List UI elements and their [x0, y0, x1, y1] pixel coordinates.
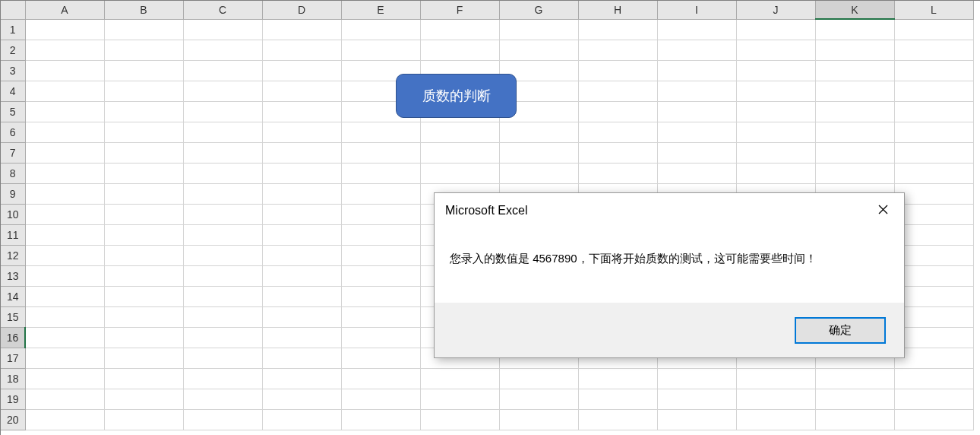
cell-I2[interactable] — [657, 40, 736, 60]
cell-L13[interactable] — [894, 265, 973, 286]
cell-K8[interactable] — [815, 163, 894, 183]
cell-C15[interactable] — [183, 306, 262, 327]
cell-E1[interactable] — [341, 19, 420, 40]
cell-D12[interactable] — [262, 245, 341, 265]
cell-C6[interactable] — [183, 122, 262, 142]
cell-F2[interactable] — [420, 40, 499, 60]
cell-A15[interactable] — [25, 306, 104, 327]
cell-C19[interactable] — [183, 389, 262, 409]
cell-K5[interactable] — [815, 101, 894, 122]
cell-K20[interactable] — [815, 409, 894, 430]
cell-J18[interactable] — [736, 368, 815, 389]
cell-A18[interactable] — [25, 368, 104, 389]
cell-K7[interactable] — [815, 142, 894, 163]
cell-I18[interactable] — [657, 368, 736, 389]
cell-H20[interactable] — [578, 409, 657, 430]
cell-E9[interactable] — [341, 183, 420, 204]
cell-I1[interactable] — [657, 19, 736, 40]
cell-A7[interactable] — [25, 142, 104, 163]
cell-E14[interactable] — [341, 286, 420, 306]
cell-B20[interactable] — [104, 409, 183, 430]
cell-C1[interactable] — [183, 19, 262, 40]
column-header-K[interactable]: K — [815, 1, 894, 19]
cell-E19[interactable] — [341, 389, 420, 409]
row-header-10[interactable]: 10 — [1, 204, 25, 224]
cell-C12[interactable] — [183, 245, 262, 265]
row-header-8[interactable]: 8 — [1, 163, 25, 183]
cell-D16[interactable] — [262, 327, 341, 348]
cell-H5[interactable] — [578, 101, 657, 122]
cell-L12[interactable] — [894, 245, 973, 265]
column-header-L[interactable]: L — [894, 1, 973, 19]
cell-C2[interactable] — [183, 40, 262, 60]
cell-I19[interactable] — [657, 389, 736, 409]
cell-A5[interactable] — [25, 101, 104, 122]
cell-G8[interactable] — [499, 163, 578, 183]
cell-J3[interactable] — [736, 60, 815, 81]
cell-K1[interactable] — [815, 19, 894, 40]
cell-G6[interactable] — [499, 122, 578, 142]
cell-F19[interactable] — [420, 389, 499, 409]
cell-G1[interactable] — [499, 19, 578, 40]
cell-L6[interactable] — [894, 122, 973, 142]
cell-L20[interactable] — [894, 409, 973, 430]
cell-L11[interactable] — [894, 224, 973, 245]
cell-A17[interactable] — [25, 348, 104, 368]
cell-B8[interactable] — [104, 163, 183, 183]
cell-I5[interactable] — [657, 101, 736, 122]
cell-C16[interactable] — [183, 327, 262, 348]
cell-L1[interactable] — [894, 19, 973, 40]
cell-E8[interactable] — [341, 163, 420, 183]
cell-G18[interactable] — [499, 368, 578, 389]
cell-H4[interactable] — [578, 81, 657, 101]
cell-C7[interactable] — [183, 142, 262, 163]
cell-H18[interactable] — [578, 368, 657, 389]
cell-C8[interactable] — [183, 163, 262, 183]
cell-H1[interactable] — [578, 19, 657, 40]
cell-C5[interactable] — [183, 101, 262, 122]
cell-J19[interactable] — [736, 389, 815, 409]
cell-I3[interactable] — [657, 60, 736, 81]
cell-B3[interactable] — [104, 60, 183, 81]
cell-E18[interactable] — [341, 368, 420, 389]
cell-L14[interactable] — [894, 286, 973, 306]
cell-C10[interactable] — [183, 204, 262, 224]
row-header-2[interactable]: 2 — [1, 40, 25, 60]
cell-B19[interactable] — [104, 389, 183, 409]
column-header-B[interactable]: B — [104, 1, 183, 19]
cell-D9[interactable] — [262, 183, 341, 204]
cell-L4[interactable] — [894, 81, 973, 101]
cell-A14[interactable] — [25, 286, 104, 306]
column-header-G[interactable]: G — [499, 1, 578, 19]
cell-H7[interactable] — [578, 142, 657, 163]
cell-E2[interactable] — [341, 40, 420, 60]
cell-L15[interactable] — [894, 306, 973, 327]
cell-B16[interactable] — [104, 327, 183, 348]
row-header-18[interactable]: 18 — [1, 368, 25, 389]
cell-B12[interactable] — [104, 245, 183, 265]
cell-K2[interactable] — [815, 40, 894, 60]
row-header-1[interactable]: 1 — [1, 19, 25, 40]
cell-E17[interactable] — [341, 348, 420, 368]
column-header-D[interactable]: D — [262, 1, 341, 19]
cell-J7[interactable] — [736, 142, 815, 163]
cell-C17[interactable] — [183, 348, 262, 368]
cell-C4[interactable] — [183, 81, 262, 101]
cell-J2[interactable] — [736, 40, 815, 60]
cell-C20[interactable] — [183, 409, 262, 430]
cell-C14[interactable] — [183, 286, 262, 306]
cell-B2[interactable] — [104, 40, 183, 60]
cell-D19[interactable] — [262, 389, 341, 409]
column-header-F[interactable]: F — [420, 1, 499, 19]
cell-A4[interactable] — [25, 81, 104, 101]
prime-check-button[interactable]: 质数的判断 — [396, 74, 517, 118]
column-header-J[interactable]: J — [736, 1, 815, 19]
cell-D17[interactable] — [262, 348, 341, 368]
cell-K3[interactable] — [815, 60, 894, 81]
cell-D13[interactable] — [262, 265, 341, 286]
cell-H6[interactable] — [578, 122, 657, 142]
cell-B15[interactable] — [104, 306, 183, 327]
row-header-7[interactable]: 7 — [1, 142, 25, 163]
cell-L3[interactable] — [894, 60, 973, 81]
cell-L2[interactable] — [894, 40, 973, 60]
